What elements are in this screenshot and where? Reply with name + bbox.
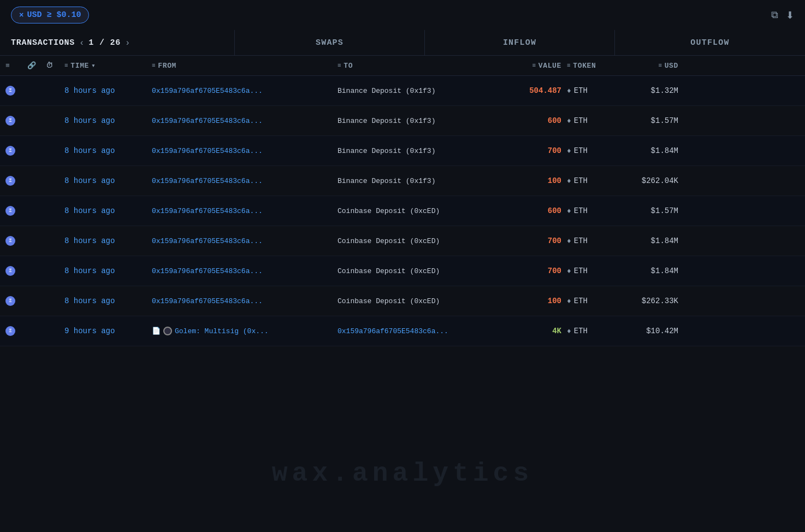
time-cell: 8 hours ago	[64, 297, 152, 305]
usd-cell: $1.84M	[632, 267, 687, 275]
value-cell: 4K	[501, 327, 567, 335]
tab-swaps[interactable]: SWAPS	[235, 30, 425, 55]
download-button[interactable]: ⬇	[786, 9, 794, 21]
time-cell: 8 hours ago	[64, 86, 152, 95]
to-cell[interactable]: Coinbase Deposit (0xcED)	[338, 267, 501, 275]
eth-diamond-icon: ♦	[567, 87, 571, 95]
token-cell: ♦ETH	[567, 176, 632, 185]
to-cell[interactable]: Binance Deposit (0x1f3)	[338, 147, 501, 155]
col-to[interactable]: ≡ TO	[338, 62, 501, 70]
time-cell: 8 hours ago	[64, 146, 152, 155]
col-value[interactable]: ≡ VALUE	[501, 62, 567, 70]
col-filter-all[interactable]: ≡	[5, 62, 27, 70]
top-bar-actions: ⧉ ⬇	[771, 9, 794, 21]
table-row[interactable]: Ξ8 hours ago0x159a796af6705E5483c6a...Bi…	[0, 106, 805, 136]
usd-filter-icon: ≡	[658, 62, 662, 69]
from-cell[interactable]: 0x159a796af6705E5483c6a...	[152, 207, 338, 215]
value-cell: 700	[501, 267, 567, 275]
chain-icon: Ξ	[5, 296, 27, 306]
chain-icon: Ξ	[5, 86, 27, 96]
time-cell: 8 hours ago	[64, 116, 152, 125]
chain-icon: Ξ	[5, 266, 27, 276]
col-token[interactable]: ≡ TOKEN	[567, 62, 632, 70]
token-label: TOKEN	[573, 62, 596, 70]
from-cell[interactable]: 0x159a796af6705E5483c6a...	[152, 267, 338, 275]
from-cell[interactable]: 0x159a796af6705E5483c6a...	[152, 237, 338, 245]
col-time[interactable]: ≡ TIME ▾	[64, 61, 152, 70]
to-cell[interactable]: Coinbase Deposit (0xcED)	[338, 237, 501, 245]
eth-diamond-icon: ♦	[567, 147, 571, 155]
filter-close-icon[interactable]: ×	[19, 11, 23, 20]
tab-outflow[interactable]: OUTFLOW	[615, 30, 805, 55]
table-row[interactable]: Ξ8 hours ago0x159a796af6705E5483c6a...Co…	[0, 196, 805, 226]
prev-page-button[interactable]: ‹	[80, 38, 83, 48]
filter-label: USD ≥ $0.10	[27, 10, 81, 20]
table-row[interactable]: Ξ9 hours ago📄Golem: Multisig (0x...0x159…	[0, 316, 805, 346]
to-cell[interactable]: Coinbase Deposit (0xcED)	[338, 297, 501, 305]
usd-cell: $1.84M	[632, 146, 687, 155]
table-row[interactable]: Ξ8 hours ago0x159a796af6705E5483c6a...Co…	[0, 256, 805, 286]
filter-all-icon: ≡	[5, 62, 10, 70]
eth-diamond-icon: ♦	[567, 267, 571, 275]
from-cell[interactable]: 0x159a796af6705E5483c6a...	[152, 147, 338, 155]
table-row[interactable]: Ξ8 hours ago0x159a796af6705E5483c6a...Bi…	[0, 136, 805, 166]
time-sort-icon: ▾	[91, 61, 96, 70]
from-cell[interactable]: 0x159a796af6705E5483c6a...	[152, 87, 338, 95]
from-cell[interactable]: 📄Golem: Multisig (0x...	[152, 327, 338, 335]
next-page-button[interactable]: ›	[126, 38, 129, 48]
tab-inflow[interactable]: INFLOW	[425, 30, 615, 55]
to-label: TO	[344, 62, 353, 70]
from-cell[interactable]: 0x159a796af6705E5483c6a...	[152, 117, 338, 125]
doc-icon: 📄	[152, 327, 161, 335]
to-cell[interactable]: 0x159a796af6705E5483c6a...	[338, 327, 501, 335]
to-cell[interactable]: Binance Deposit (0x1f3)	[338, 87, 501, 95]
value-cell: 504.487	[501, 86, 567, 95]
copy-button[interactable]: ⧉	[771, 9, 778, 21]
filter-tag[interactable]: × USD ≥ $0.10	[11, 7, 89, 23]
chain-icon: Ξ	[5, 236, 27, 246]
col-usd[interactable]: ≡ USD	[632, 62, 687, 70]
column-headers: ≡ 🔗 ⏱ ≡ TIME ▾ ≡ FROM ≡ TO ≡ VALUE ≡ TOK…	[0, 56, 805, 76]
token-name: ETH	[574, 327, 588, 335]
time-cell: 8 hours ago	[64, 176, 152, 185]
chain-icon: Ξ	[5, 176, 27, 186]
eth-diamond-icon: ♦	[567, 297, 571, 305]
from-cell[interactable]: 0x159a796af6705E5483c6a...	[152, 297, 338, 305]
chain-icon: Ξ	[5, 116, 27, 126]
from-cell[interactable]: 0x159a796af6705E5483c6a...	[152, 177, 338, 185]
from-label: FROM	[158, 62, 176, 70]
usd-cell: $1.57M	[632, 116, 687, 125]
to-cell[interactable]: Coinbase Deposit (0xcED)	[338, 207, 501, 215]
token-name: ETH	[574, 146, 588, 155]
token-name: ETH	[574, 206, 588, 215]
col-clock: ⏱	[46, 62, 64, 70]
chain-icon: Ξ	[5, 326, 27, 336]
token-name: ETH	[574, 237, 588, 245]
golem-label: Golem: Multisig (0x...	[175, 327, 269, 335]
table-row[interactable]: Ξ8 hours ago0x159a796af6705E5483c6a...Co…	[0, 226, 805, 256]
eth-diamond-icon: ♦	[567, 177, 571, 185]
col-from[interactable]: ≡ FROM	[152, 62, 338, 70]
time-cell: 9 hours ago	[64, 327, 152, 335]
from-filter-icon: ≡	[152, 62, 156, 69]
usd-cell: $10.42M	[632, 327, 687, 335]
to-cell[interactable]: Binance Deposit (0x1f3)	[338, 177, 501, 185]
usd-cell: $1.57M	[632, 206, 687, 215]
token-name: ETH	[574, 116, 588, 125]
value-cell: 600	[501, 206, 567, 215]
usd-cell: $262.04K	[632, 176, 687, 185]
table-row[interactable]: Ξ8 hours ago0x159a796af6705E5483c6a...Co…	[0, 286, 805, 316]
to-cell[interactable]: Binance Deposit (0x1f3)	[338, 117, 501, 125]
token-cell: ♦ETH	[567, 116, 632, 125]
token-name: ETH	[574, 267, 588, 275]
time-label: TIME	[70, 62, 89, 70]
table-row[interactable]: Ξ8 hours ago0x159a796af6705E5483c6a...Bi…	[0, 76, 805, 106]
tab-header: TRANSACTIONS ‹ 1 / 26 › SWAPS INFLOW OUT…	[0, 30, 805, 56]
time-cell: 8 hours ago	[64, 206, 152, 215]
token-name: ETH	[574, 86, 588, 95]
time-cell: 8 hours ago	[64, 237, 152, 245]
value-label: VALUE	[538, 62, 561, 70]
table-row[interactable]: Ξ8 hours ago0x159a796af6705E5483c6a...Bi…	[0, 166, 805, 196]
usd-cell: $1.32M	[632, 86, 687, 95]
eth-diamond-icon: ♦	[567, 207, 571, 215]
